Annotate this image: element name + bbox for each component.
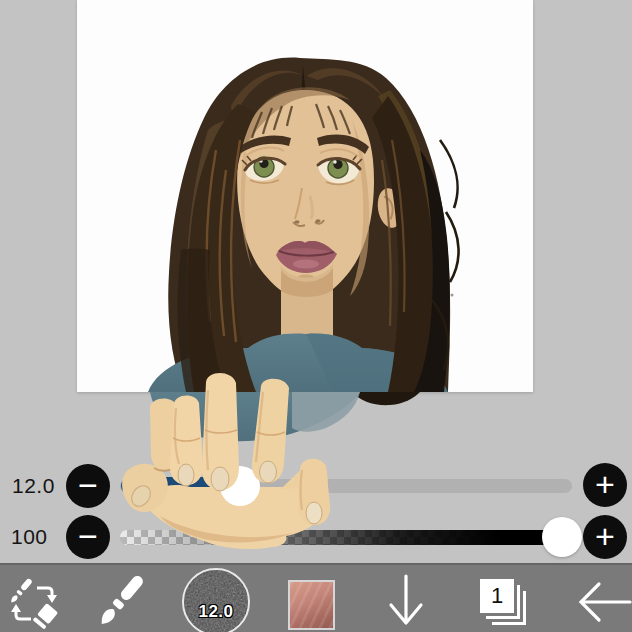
bottom-toolbar: 12.0 1: [0, 563, 632, 632]
brush-tool-icon[interactable]: [92, 570, 150, 632]
opacity-plus-button[interactable]: +: [583, 515, 627, 559]
layers-count-badge: 1: [480, 579, 514, 613]
opacity-minus-button[interactable]: −: [66, 515, 110, 559]
back-arrow-icon[interactable]: [574, 579, 632, 625]
brush-size-value: 12.0: [12, 474, 55, 498]
brush-preview-circle[interactable]: 12.0: [182, 568, 250, 632]
opacity-value: 100: [11, 525, 48, 549]
color-swatch[interactable]: [288, 580, 335, 630]
opacity-slider-track[interactable]: [120, 530, 572, 545]
brush-size-plus-button[interactable]: +: [583, 463, 627, 507]
down-arrow-icon[interactable]: [386, 573, 426, 629]
brush-size-slider-fill: [121, 477, 245, 495]
brush-texture: [184, 570, 248, 632]
app-screen: 12.0 − + 100 − +: [0, 0, 632, 632]
layers-icon[interactable]: 1: [480, 579, 528, 627]
brush-preview-size: 12.0: [184, 602, 248, 622]
opacity-slider-thumb[interactable]: [542, 517, 582, 557]
artwork-overflow-group: [150, 392, 420, 441]
drawing-canvas[interactable]: [77, 0, 533, 392]
brush-size-minus-button[interactable]: −: [66, 464, 110, 508]
hand-group: [122, 373, 330, 549]
brush-eraser-swap-icon[interactable]: [6, 574, 62, 632]
